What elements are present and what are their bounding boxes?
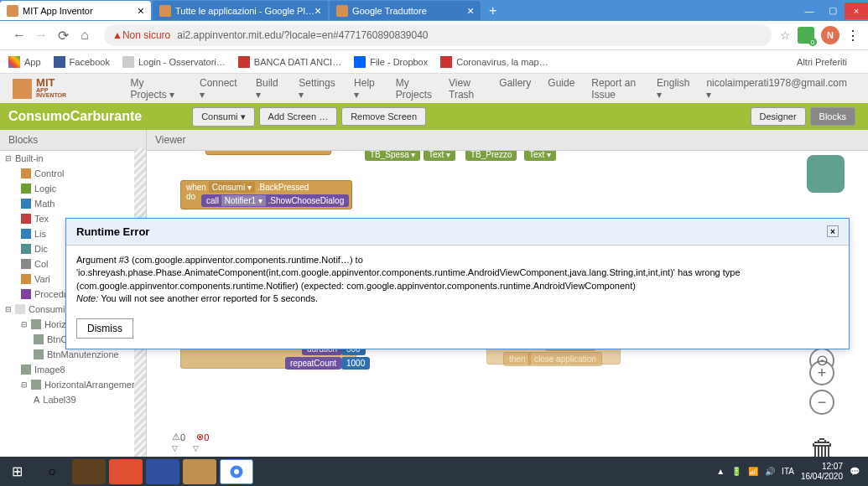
new-tab-button[interactable]: + [482,3,503,18]
home-button[interactable]: ⌂ [76,27,93,44]
tab-mit[interactable]: MIT App Inventor × [0,1,151,20]
block-tbprezzo[interactable]: TB_Prezzo [465,151,517,161]
bookmarks-bar: App Facebook Login - Osservatori… BANCA … [0,50,868,74]
tree-logic[interactable]: Logic [0,181,146,196]
back-button[interactable]: ← [11,27,28,44]
network-icon[interactable]: 📶 [748,467,758,476]
mit-logo[interactable]: MITAPP INVENTOR [13,77,78,101]
task-chrome[interactable] [220,459,253,484]
nav-guide[interactable]: Guide [539,73,583,105]
bookmark-osservatori[interactable]: Login - Osservatori… [122,56,226,68]
tree-label39[interactable]: ALabel39 [0,392,146,407]
logo-icon [13,79,32,99]
task-firefox[interactable] [109,459,143,484]
block-tbspesa[interactable]: TB_Spesa ▾ [365,151,420,161]
browser-nav-bar: ← → ⟳ ⌂ ▲ Non sicuro ai2.appinventor.mit… [0,21,868,50]
start-button[interactable]: ⊞ [0,457,34,486]
error-dialog-header: Runtime Error × [66,219,849,246]
nav-account[interactable]: nicolaimperati1978@gmail.com ▾ [698,73,855,105]
nav-language[interactable]: English ▾ [648,73,698,105]
task-app[interactable] [146,459,179,484]
lists-icon [21,229,31,239]
menu-build[interactable]: Build ▾ [247,73,290,105]
tab-icon [159,5,171,17]
block-set[interactable] [205,151,331,155]
task-gimp[interactable] [72,459,106,484]
zoom-out-button[interactable]: − [809,390,834,415]
tree-math[interactable]: Math [0,196,146,211]
designer-button[interactable]: Designer [751,107,806,126]
warning-icon: ⚠ 0 [172,432,185,442]
tab-translate[interactable]: Google Traduttore × [330,1,481,20]
screen-icon [15,304,25,314]
menu-my-projects[interactable]: My Projects ▾ [122,73,191,105]
tab-google-play[interactable]: Tutte le applicazioni - Google Pl… × [153,1,328,20]
screen-selector[interactable]: Consumi ▾ [192,107,254,127]
apps-icon [8,56,20,68]
bookmark-dropbox[interactable]: File - Dropbox [354,56,428,68]
blocks-button[interactable]: Blocks [810,107,855,126]
volume-icon[interactable]: 🔊 [765,467,775,476]
close-icon[interactable]: × [314,4,321,18]
nav-view-trash[interactable]: View Trash [440,73,491,105]
other-bookmarks[interactable]: Altri Preferiti [797,57,847,67]
remove-screen-button[interactable]: Remove Screen [341,107,426,126]
nav-my-projects[interactable]: My Projects [387,73,440,105]
close-icon[interactable]: × [467,4,474,18]
label-repeat: repeatCount [285,357,341,370]
bookmark-banca-dati[interactable]: BANCA DATI ANCI… [238,56,341,68]
close-window-button[interactable]: × [845,3,868,19]
apps-button[interactable]: App [8,56,41,68]
forward-button[interactable]: → [33,27,49,44]
layout-icon [31,380,41,390]
bookmark-facebook[interactable]: Facebook [54,56,110,68]
profile-avatar[interactable]: N [821,26,839,44]
address-bar[interactable]: ▲ Non sicuro ai2.appinventor.mit.edu/?lo… [104,24,772,46]
fb-icon [54,56,65,68]
block-text2[interactable]: Text ▾ [524,151,556,161]
tree-harrange2[interactable]: ⊟HorizontalArrangemer [0,377,146,392]
chrome-icon [229,464,244,479]
tray-clock[interactable]: 12:07 16/04/2020 [801,462,843,482]
task-explorer[interactable] [183,459,216,484]
close-icon[interactable]: × [138,4,144,18]
add-screen-button[interactable]: Add Screen … [259,107,338,126]
block-text[interactable]: Text ▾ [424,151,455,161]
maximize-button[interactable]: ▢ [821,3,845,19]
bookmark-coronavirus[interactable]: Coronavirus, la map… [440,56,548,68]
system-tray: ▲ 🔋 📶 🔊 ITA 12:07 16/04/2020 💬 [716,462,868,482]
tray-lang[interactable]: ITA [782,467,794,476]
block-repeat-val[interactable]: 1000 [341,357,370,370]
nav-gallery[interactable]: Gallery [491,73,539,105]
tree-image8[interactable]: Image8 [0,362,146,377]
block-call-notifier[interactable]: call Notifier1 ▾ .ShowChooseDialog [201,194,349,207]
zoom-controls: ⊙ + − [809,344,834,419]
menu-help[interactable]: Help ▾ [346,73,387,105]
minimize-button[interactable]: — [798,3,821,19]
reload-button[interactable]: ⟳ [55,27,71,44]
tray-icon[interactable]: ▲ [716,467,725,476]
browser-tabs-bar: MIT App Inventor × Tutte le applicazioni… [0,0,868,21]
bookmark-star-icon[interactable]: ☆ [780,28,791,42]
menu-icon[interactable]: ⋮ [846,28,860,44]
block-closeapp[interactable]: close application [528,352,602,366]
error-close-button[interactable]: × [827,225,839,237]
tree-control[interactable]: Control [0,166,146,181]
zoom-in-button[interactable]: + [809,360,834,385]
layout-icon [31,319,41,329]
tree-builtin[interactable]: ⊟Built-in [0,151,146,166]
extension-badge[interactable] [798,27,814,44]
notifications-icon[interactable]: 💬 [850,467,860,476]
task-cortana[interactable]: ○ [35,459,69,484]
image-icon [21,364,31,375]
menu-settings[interactable]: Settings ▾ [290,73,346,105]
nav-report-issue[interactable]: Report an Issue [583,73,648,105]
battery-icon[interactable]: 🔋 [731,467,741,476]
backpack-icon[interactable] [807,155,845,193]
dismiss-button[interactable]: Dismiss [76,318,133,339]
tab-title: MIT App Inventor [23,6,93,16]
bookmark-icon [238,56,250,68]
tree-btnmanut[interactable]: BtnManutenzione [0,347,146,362]
app-header: MITAPP INVENTOR My Projects ▾ Connect ▾ … [0,74,868,103]
menu-connect[interactable]: Connect ▾ [191,73,247,105]
